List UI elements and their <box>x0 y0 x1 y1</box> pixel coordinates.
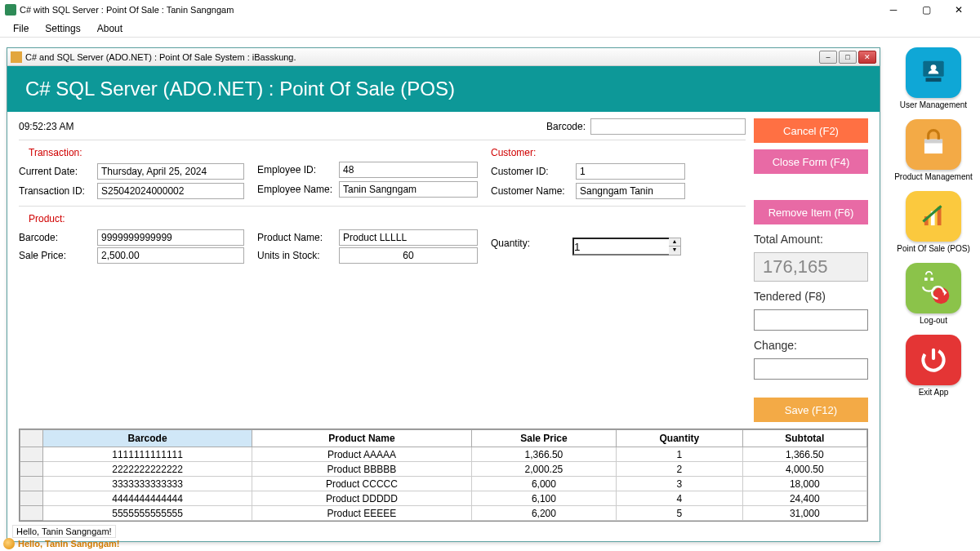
spin-up-icon[interactable]: ▲ <box>669 238 680 247</box>
sale-price-input[interactable] <box>97 247 244 264</box>
sidebar-item-logout[interactable]: Log-out <box>906 263 961 325</box>
table-row[interactable]: 6666666666666Product FFFFF4,233625,398 <box>20 521 867 522</box>
row-header-corner[interactable] <box>20 430 43 447</box>
svg-rect-2 <box>925 78 941 82</box>
barcode-label: Barcode: <box>19 232 97 243</box>
outer-status-text: Hello, Tanin Sangngam! <box>18 539 119 549</box>
row-header[interactable] <box>20 477 43 491</box>
current-date-input[interactable] <box>97 163 244 180</box>
cell-name[interactable]: Product AAAAA <box>252 447 471 462</box>
mdi-minimize-button[interactable]: – <box>819 51 837 64</box>
table-row[interactable]: 4444444444444Product DDDDD6,100424,400 <box>20 491 867 506</box>
row-header[interactable] <box>20 506 43 521</box>
col-subtotal[interactable]: Subtotal <box>742 430 867 447</box>
cell-price[interactable]: 6,200 <box>471 506 617 521</box>
product-name-input[interactable] <box>339 229 478 246</box>
cell-subtotal[interactable]: 31,000 <box>742 506 867 521</box>
barcode-input[interactable] <box>97 229 244 246</box>
minimize-button[interactable]: ─ <box>877 0 910 20</box>
cell-qty[interactable]: 2 <box>617 462 742 477</box>
logout-icon <box>906 263 961 313</box>
spin-down-icon[interactable]: ▼ <box>669 247 680 255</box>
close-form-button[interactable]: Close Form (F4) <box>754 149 868 174</box>
customer-name-input[interactable] <box>576 183 685 199</box>
cell-qty[interactable]: 3 <box>617 477 742 491</box>
col-quantity[interactable]: Quantity <box>617 430 742 447</box>
menu-about[interactable]: About <box>89 21 131 36</box>
remove-item-button[interactable]: Remove Item (F6) <box>754 200 868 224</box>
sale-items-grid[interactable]: Barcode Product Name Sale Price Quantity… <box>19 429 868 522</box>
cell-barcode[interactable]: 4444444444444 <box>43 491 252 506</box>
mdi-maximize-button[interactable]: □ <box>839 51 857 64</box>
menu-settings[interactable]: Settings <box>37 21 88 36</box>
sidebar-item-user-management[interactable]: User Management <box>900 47 967 109</box>
col-product-name[interactable]: Product Name <box>252 430 471 447</box>
cell-name[interactable]: Product BBBBB <box>252 462 471 477</box>
cell-qty[interactable]: 5 <box>617 506 742 521</box>
cell-name[interactable]: Product DDDDD <box>252 491 471 506</box>
cell-price[interactable]: 6,100 <box>471 491 617 506</box>
table-row[interactable]: 2222222222222Product BBBBB2,000.2524,000… <box>20 462 867 477</box>
sidebar-item-pos[interactable]: Point Of Sale (POS) <box>897 191 969 253</box>
employee-name-input[interactable] <box>339 181 478 198</box>
row-header[interactable] <box>20 462 43 477</box>
mdi-titlebar[interactable]: C# and SQL Server (ADO.NET) : Point Of S… <box>7 48 880 66</box>
row-header[interactable] <box>20 521 43 522</box>
sidebar-item-product-management[interactable]: Product Management <box>894 119 973 181</box>
maximize-button[interactable]: ▢ <box>910 0 942 20</box>
cell-name[interactable]: Product EEEEE <box>252 506 471 521</box>
cell-barcode[interactable]: 1111111111111 <box>43 447 252 462</box>
cancel-button[interactable]: Cancel (F2) <box>754 118 868 143</box>
quantity-stepper[interactable]: ▲▼ <box>669 238 681 256</box>
row-header[interactable] <box>20 447 43 462</box>
total-amount-label: Total Amount: <box>754 233 868 246</box>
cell-price[interactable]: 6,000 <box>471 477 617 491</box>
cell-price[interactable]: 4,233 <box>471 521 617 522</box>
table-row[interactable]: 5555555555555Product EEEEE6,200531,000 <box>20 506 867 521</box>
row-header[interactable] <box>20 491 43 506</box>
cell-barcode[interactable]: 5555555555555 <box>43 506 252 521</box>
customer-id-input[interactable] <box>576 163 685 180</box>
cell-barcode[interactable]: 2222222222222 <box>43 462 252 477</box>
product-management-icon <box>906 119 961 170</box>
table-row[interactable]: 3333333333333Product CCCCC6,000318,000 <box>20 477 867 491</box>
cell-qty[interactable]: 1 <box>617 447 742 462</box>
cell-qty[interactable]: 4 <box>617 491 742 506</box>
quantity-label: Quantity: <box>491 238 572 249</box>
col-sale-price[interactable]: Sale Price <box>471 430 617 447</box>
units-input[interactable] <box>339 247 478 264</box>
cell-qty[interactable]: 6 <box>617 521 742 522</box>
close-button[interactable]: ✕ <box>942 0 975 20</box>
cell-subtotal[interactable]: 25,398 <box>742 521 867 522</box>
menubar: File Settings About <box>0 20 980 38</box>
cell-subtotal[interactable]: 1,366.50 <box>742 447 867 462</box>
col-barcode[interactable]: Barcode <box>43 430 252 447</box>
cell-price[interactable]: 2,000.25 <box>471 462 617 477</box>
cell-subtotal[interactable]: 24,400 <box>742 491 867 506</box>
sidebar-label: Product Management <box>894 172 973 181</box>
menu-file[interactable]: File <box>5 21 37 36</box>
cell-subtotal[interactable]: 4,000.50 <box>742 462 867 477</box>
barcode-search-input[interactable] <box>590 118 746 135</box>
cell-price[interactable]: 1,366.50 <box>471 447 617 462</box>
sidebar-item-exit[interactable]: Exit App <box>906 335 961 397</box>
product-name-label: Product Name: <box>257 232 339 243</box>
user-management-icon <box>906 47 961 98</box>
table-row[interactable]: 1111111111111Product AAAAA1,366.5011,366… <box>20 447 867 462</box>
cell-barcode[interactable]: 6666666666666 <box>43 521 252 522</box>
mdi-icon <box>11 51 22 63</box>
cell-name[interactable]: Product FFFFF <box>252 521 471 522</box>
save-button[interactable]: Save (F12) <box>754 398 868 422</box>
outer-status-bar: Hello, Tanin Sangngam! <box>3 538 119 549</box>
status-text: Hello, Tanin Sangngam! <box>12 525 116 538</box>
mdi-close-button[interactable]: ✕ <box>858 51 876 64</box>
section-customer: Customer: <box>491 147 685 158</box>
employee-id-input[interactable] <box>339 162 478 178</box>
tendered-input[interactable] <box>754 309 868 331</box>
transaction-id-input[interactable] <box>97 183 244 199</box>
cell-barcode[interactable]: 3333333333333 <box>43 477 252 491</box>
cell-name[interactable]: Product CCCCC <box>252 477 471 491</box>
quantity-input[interactable] <box>572 238 669 256</box>
sale-price-label: Sale Price: <box>19 250 97 261</box>
cell-subtotal[interactable]: 18,000 <box>742 477 867 491</box>
